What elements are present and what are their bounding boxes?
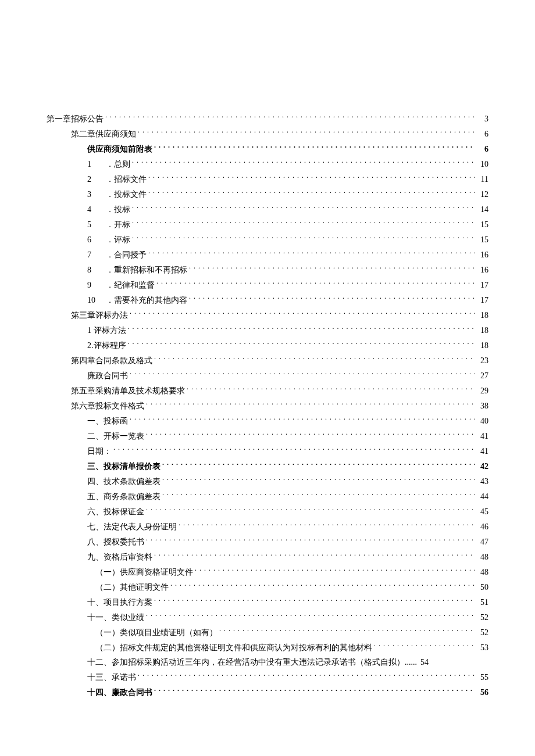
toc-page-number: 42 [477,462,488,471]
toc-title: 2.评标程序 [87,341,126,351]
toc-page-number: 16 [477,266,488,275]
toc-leader-dots [130,415,475,422]
toc-page-number: 14 [477,205,488,214]
toc-title: 第三章评标办法 [71,310,128,321]
toc-page-number: 52 [477,613,488,622]
toc-title: 十三、承诺书 [87,672,136,683]
toc-title: 五、商务条款偏差表 [87,492,160,502]
toc-entry: 十一、类似业绩52 [47,612,488,623]
toc-entry: 八、授权委托书47 [47,536,488,547]
toc-entry: （二）其他证明文件50 [47,582,488,593]
toc-page-number: 18 [477,341,488,350]
toc-leader-dots [105,113,475,120]
toc-title: 6．评标 [87,235,130,245]
toc-page-number: 48 [477,568,488,577]
toc-entry: 6．评标15 [47,234,488,245]
toc-title: 1 评标方法 [87,325,126,336]
toc-entry: 第五章采购清单及技术规格要求29 [47,385,488,396]
toc-entry: 廉政合同书27 [47,370,488,381]
toc-title: 1．总则 [87,159,130,170]
toc-number: 4 [87,205,99,214]
toc-entry: 2.评标程序18 [47,340,488,351]
toc-entry: 5．开标15 [47,219,488,230]
toc-leader-dots [138,128,475,135]
toc-leader-dots [128,340,476,346]
toc-title: 六、投标保证金 [87,507,144,517]
toc-entry: （一）类似项目业绩证明（如有）52 [47,627,488,638]
toc-page-number: 6 [477,130,488,139]
toc-page-number: 23 [477,356,488,366]
toc-entry: 3．投标文件12 [47,189,488,200]
toc-title: 十一、类似业绩 [87,612,144,623]
toc-number: 6 [87,235,99,245]
toc-number: 3 [87,190,99,199]
toc-entry: 四、技术条款偏差表43 [47,476,488,487]
toc-leader-dots [148,189,475,195]
toc-page-number: 11 [477,175,488,184]
toc-entry: 十、项目执行方案51 [47,597,488,608]
toc-leader-dots [154,144,475,150]
toc-page-number: 27 [477,371,488,381]
toc-entry: 1．总则10 [47,159,488,170]
toc-leader-dots [146,506,475,513]
toc-title: （二）招标文件规定的其他资格证明文件和供应商认为对投标有利的其他材料 [95,643,372,653]
toc-leader-dots [162,461,475,467]
toc-title: 3．投标文件 [87,189,147,200]
toc-leader-dots [374,642,475,648]
toc-leader-dots [154,551,475,558]
toc-leader-dots [113,446,475,452]
toc-leader-dots [146,612,475,618]
toc-entry: 六、投标保证金45 [47,506,488,517]
toc-page-number: 16 [477,250,488,260]
toc-title: 十二、参加招标采购活动近三年内，在经营活动中没有重大违法记录承诺书（格式自拟） [87,657,405,668]
toc-leader-dots [132,219,475,225]
toc-leader-dots [146,400,475,407]
toc-page-number: 3 [477,114,488,124]
toc-entry: 三、投标清单报价表42 [47,461,488,472]
toc-entry: 七、法定代表人身份证明46 [47,521,488,532]
toc-title: 十、项目执行方案 [87,597,152,608]
toc-title: 8．重新招标和不再招标 [87,265,187,275]
toc-number: 8 [87,266,99,275]
toc-title: 供应商须知前附表 [87,144,152,155]
toc-page-number: 17 [477,281,488,290]
toc-entry: 第四章合同条款及格式23 [47,355,488,366]
toc-page-number: 15 [477,220,488,230]
toc-leader-dots [187,385,475,392]
toc-entry: 2．招标文件11 [47,174,488,185]
toc-leader-dots [195,567,475,573]
toc-page-number: 10 [477,160,488,169]
toc-title: 七、法定代表人身份证明 [87,522,177,532]
toc-entry: 日期：41 [47,446,488,457]
toc-title: 二、开标一览表 [87,431,144,442]
toc-entry: 9．纪律和监督17 [47,280,488,291]
toc-leader-dots [162,476,475,482]
toc-number: 9 [87,281,99,290]
toc-leader-dots [154,597,475,603]
toc-entry: 第一章招标公告3 [47,113,488,124]
toc-page-number: 51 [477,598,488,607]
toc-page-number: 40 [477,417,488,426]
toc-entry: 第六章投标文件格式38 [47,400,488,411]
toc-leader-dots-short: ...... [405,658,417,667]
toc-page-number: 46 [477,522,488,532]
toc-leader-dots [189,295,475,301]
toc-entry: 8．重新招标和不再招标16 [47,264,488,275]
toc-entry: 7．合同授予16 [47,249,488,260]
toc-entry: 十三、承诺书55 [47,672,488,683]
toc-page-number: 50 [477,583,488,592]
toc-title: 2．招标文件 [87,174,147,185]
toc-entry: 4．投标14 [47,204,488,215]
toc-entry: （一）供应商资格证明文件48 [47,567,488,578]
toc-title: （一）类似项目业绩证明（如有） [95,628,217,638]
toc-number: 10 [87,296,99,305]
toc-page-number: 18 [477,326,488,335]
toc-title: 4．投标 [87,205,130,215]
toc-title: 第一章招标公告 [47,114,104,124]
toc-leader-dots [189,264,475,271]
toc-title: 十四、廉政合同书 [87,687,152,698]
toc-page-number: 54 [417,658,429,667]
toc-page-number: 48 [477,553,488,562]
toc-entry: 供应商须知前附表6 [47,144,488,155]
toc-page-number: 17 [477,296,488,305]
